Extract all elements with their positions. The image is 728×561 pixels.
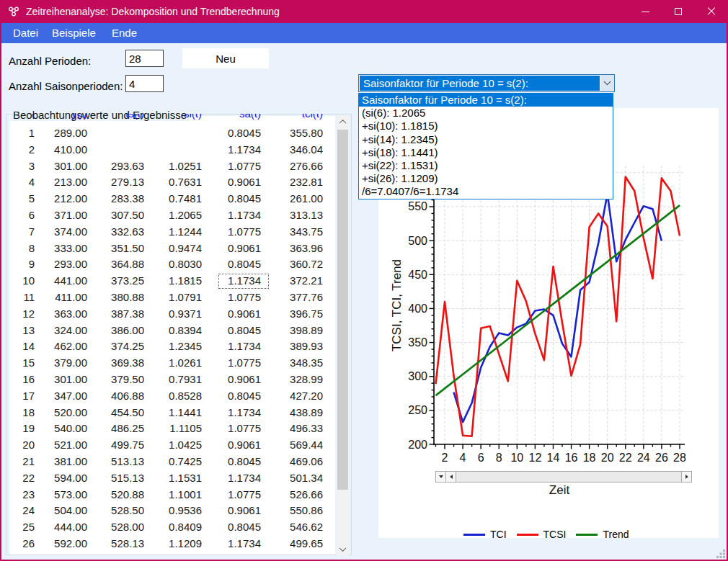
table-cell[interactable]: 379.00 (54, 355, 87, 372)
table-cell[interactable]: 454.50 (111, 405, 144, 421)
table-cell[interactable]: 9 (29, 256, 35, 273)
menu-item-datei[interactable]: Datei (13, 23, 38, 43)
table-cell[interactable]: 520.88 (111, 487, 144, 503)
table-cell[interactable]: 499.75 (111, 437, 144, 454)
dropdown-item[interactable]: +si(14): 1.2345) (359, 133, 613, 146)
chart-scroll-left-button[interactable] (446, 472, 456, 482)
table-cell[interactable]: 289.00 (54, 125, 87, 142)
neu-button[interactable]: Neu (182, 48, 269, 68)
table-cell[interactable]: 279.13 (111, 174, 144, 191)
table-cell[interactable]: 573.00 (54, 487, 87, 503)
table-cell[interactable]: 8 (29, 241, 35, 257)
table-cell[interactable]: 528.00 (111, 519, 144, 536)
table-cell[interactable]: 1.0425 (169, 437, 202, 454)
table-cell[interactable]: 22 (22, 470, 35, 487)
maximize-button[interactable] (662, 0, 695, 23)
table-cell[interactable]: 1.1734 (228, 470, 261, 487)
dropdown-item[interactable]: (si(6): 1.2065 (359, 107, 613, 120)
table-cell[interactable]: 293.63 (111, 158, 144, 175)
table-cell[interactable]: 504.00 (54, 503, 87, 519)
table-scroll-up-button[interactable] (337, 116, 349, 128)
table-cell[interactable]: 526.66 (290, 487, 323, 503)
table-cell[interactable]: 373.25 (111, 273, 144, 290)
table-cell[interactable]: 372.21 (290, 273, 323, 290)
dropdown-item[interactable]: +si(26): 1.1209) (359, 172, 613, 185)
table-cell[interactable]: 441.00 (54, 273, 87, 290)
chart-scroll-menu-button[interactable] (436, 472, 446, 482)
table-cell[interactable]: 213.00 (54, 174, 87, 191)
table-cell[interactable]: 0.9536 (169, 503, 202, 519)
chart-scroll-thumb[interactable] (456, 472, 682, 482)
table-cell[interactable]: 1.1441 (169, 405, 202, 421)
table-cell[interactable]: 1.0775 (228, 421, 261, 437)
table-cell[interactable]: 10 (22, 273, 35, 290)
table-cell[interactable]: 363.96 (290, 241, 323, 257)
close-button[interactable] (695, 0, 728, 23)
minimize-button[interactable] (629, 0, 662, 23)
table-cell[interactable]: 11 (23, 290, 35, 306)
table-cell[interactable]: 6 (29, 207, 35, 224)
table-cell[interactable]: 515.13 (111, 470, 144, 487)
table-cell[interactable]: 0.7481 (169, 191, 202, 207)
table-cell[interactable]: 369.38 (111, 355, 144, 372)
table-cell[interactable]: 444.00 (54, 519, 87, 536)
table-cell[interactable]: 0.7425 (169, 454, 202, 470)
table-cell[interactable]: 363.00 (54, 306, 87, 323)
table-cell[interactable]: 355.80 (290, 125, 323, 142)
table-cell[interactable]: 386.00 (111, 323, 144, 339)
resize-grip-icon[interactable] (716, 549, 725, 558)
table-cell[interactable]: 346.04 (290, 142, 323, 158)
table-cell[interactable]: 513.13 (111, 454, 144, 470)
table-cell[interactable]: 261.00 (290, 191, 323, 207)
table-cell[interactable]: 283.38 (111, 191, 144, 207)
table-cell[interactable]: 1.0775 (228, 355, 261, 372)
table-cell[interactable]: 351.50 (111, 241, 144, 257)
table-cell[interactable]: 1.1734 (228, 142, 261, 158)
table-cell[interactable]: 1.0791 (169, 290, 202, 306)
table-cell[interactable]: 3 (29, 158, 35, 175)
table-scroll-down-button[interactable] (337, 543, 349, 555)
table-cell[interactable]: 521.00 (54, 437, 87, 454)
table-cell[interactable]: 1.1105 (169, 421, 202, 437)
table-cell[interactable]: 332.63 (111, 224, 144, 241)
table-cell[interactable]: 427.20 (290, 388, 323, 405)
table-cell[interactable]: 380.88 (111, 290, 144, 306)
table-cell[interactable]: 0.8394 (169, 323, 202, 339)
table-cell[interactable]: 1.1001 (169, 487, 202, 503)
table-cell[interactable]: 438.89 (290, 405, 323, 421)
table-cell[interactable]: 546.62 (290, 519, 323, 536)
table-cell[interactable]: 387.38 (111, 306, 144, 323)
table-cell[interactable]: 398.89 (290, 323, 323, 339)
table-cell[interactable]: 343.75 (290, 224, 323, 241)
table-cell[interactable]: 0.7631 (169, 174, 202, 191)
chart-scroll-right-button[interactable] (681, 472, 691, 482)
table-cell[interactable]: 12 (22, 306, 35, 323)
table-cell[interactable]: 15 (22, 355, 35, 372)
table-cell[interactable]: 0.9061 (228, 306, 261, 323)
table-cell[interactable]: 540.00 (54, 421, 87, 437)
table-cell[interactable]: 360.72 (290, 256, 323, 273)
table-cell[interactable]: 1.1244 (169, 224, 202, 241)
table-cell[interactable]: 0.9061 (228, 241, 261, 257)
dropdown-item[interactable]: +si(22): 1.1531) (359, 159, 613, 172)
table-cell[interactable]: 307.50 (111, 207, 144, 224)
table-cell[interactable]: 0.8045 (228, 191, 261, 207)
table-cell[interactable]: 333.00 (54, 241, 87, 257)
table-cell[interactable]: 5 (29, 191, 35, 207)
table-cell[interactable]: 1.1815 (169, 273, 202, 290)
table-cell[interactable]: 389.93 (290, 338, 323, 355)
table-cell[interactable]: 1.1734 (228, 536, 261, 552)
table-cell[interactable]: 324.00 (54, 323, 87, 339)
table-cell[interactable]: 501.34 (290, 470, 323, 487)
table-cell[interactable]: 212.00 (54, 191, 87, 207)
menu-item-ende[interactable]: Ende (112, 23, 137, 43)
dropdown-item[interactable]: Saisonfaktor für Periode 10 = s(2): (359, 94, 613, 107)
menu-item-beispiele[interactable]: Beispiele (52, 23, 96, 43)
table-cell[interactable]: 396.75 (290, 306, 323, 323)
table-cell[interactable]: 1.0775 (228, 487, 261, 503)
table-cell[interactable]: 1.1531 (169, 470, 202, 487)
table-cell[interactable]: 496.33 (290, 421, 323, 437)
table-cell[interactable]: 520.00 (54, 405, 87, 421)
table-cell[interactable]: 410.00 (54, 142, 87, 158)
table-cell[interactable]: 0.8528 (169, 388, 202, 405)
